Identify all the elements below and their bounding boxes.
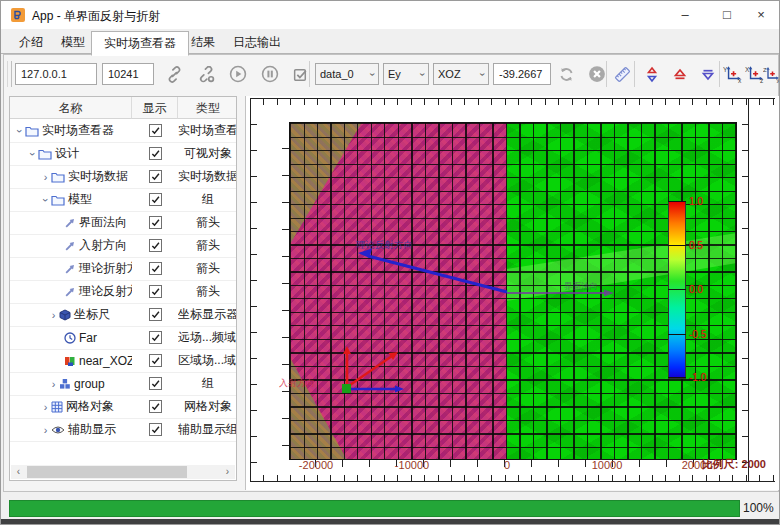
visibility-checkbox[interactable] <box>149 147 162 160</box>
grid-icon <box>51 401 63 413</box>
visibility-checkbox[interactable] <box>149 216 162 229</box>
tree-header-type[interactable]: 类型 <box>178 97 237 119</box>
tree-row[interactable]: › 实时场查看器 实时场查看器 <box>10 119 237 143</box>
visibility-checkbox[interactable] <box>149 423 162 436</box>
window-bottom-edge <box>1 519 779 525</box>
checkbox-check-icon <box>292 66 309 83</box>
tree-header-name[interactable]: 名称 <box>10 97 132 119</box>
tree-item-type: 远场...频域) <box>178 326 237 349</box>
tree-item-label: 模型 <box>68 191 92 208</box>
tab-realtime-viewer[interactable]: 实时场查看器 <box>91 31 189 56</box>
expander-open-icon[interactable]: › <box>27 148 39 159</box>
progress-percentage: 100% <box>743 501 774 515</box>
align-bottom-button[interactable] <box>695 61 721 87</box>
colorbar-tick-label: -1.0 <box>689 372 723 383</box>
tree-item-type: 辅助显示组 <box>178 418 237 441</box>
colorbar-tick <box>668 334 686 335</box>
visibility-checkbox[interactable] <box>149 285 162 298</box>
chevron-down-icon: › <box>417 72 428 75</box>
view-axis-yx-button[interactable]: Y x <box>723 61 743 87</box>
visibility-checkbox[interactable] <box>149 308 162 321</box>
tree-item-label: 坐标尺 <box>74 306 110 323</box>
visibility-checkbox[interactable] <box>149 124 162 137</box>
plane-select[interactable]: XOZ › <box>433 63 489 85</box>
tree-horizontal-scrollbar[interactable]: ‹ › <box>11 465 235 479</box>
app-window: { "window": { "title": "App - 单界面反射与折射" … <box>0 0 780 525</box>
tab-model[interactable]: 模型 <box>49 32 97 53</box>
port-field[interactable]: 10241 <box>102 63 154 85</box>
scroll-right-icon[interactable]: › <box>220 465 235 479</box>
pause-button[interactable] <box>257 61 283 87</box>
expander-closed-icon[interactable]: › <box>48 378 59 390</box>
chevron-down-icon: › <box>367 72 378 75</box>
close-button[interactable]: × <box>741 1 780 29</box>
x-axis-tick-label: 10000 <box>572 459 642 471</box>
tree-row[interactable]: › 入射方向 箭头 <box>10 234 237 258</box>
scrollbar-thumb[interactable] <box>27 466 187 478</box>
view-axis-zy-button[interactable]: Z y <box>763 61 780 87</box>
tree-header-visible[interactable]: 显示 <box>132 97 178 119</box>
arrow-ne-icon <box>64 263 76 275</box>
slice-position-field[interactable]: -39.2667 <box>493 63 551 85</box>
dataset-select[interactable]: data_0 › <box>315 63 379 85</box>
minimize-button[interactable]: – <box>665 1 705 29</box>
svg-text:Y: Y <box>723 66 728 73</box>
field-viewport[interactable]: 理论反射方向 界面法向 入射方向 1.0 0.5 0.0 -0.5 -1.0 -… <box>245 96 779 490</box>
expander-open-icon[interactable]: › <box>14 125 26 136</box>
tree-item-label: 理论反射方向 <box>79 283 132 300</box>
visibility-checkbox[interactable] <box>149 193 162 206</box>
ip-address-field[interactable]: 127.0.0.1 <box>15 63 97 85</box>
tree-row[interactable]: › 界面法向 箭头 <box>10 211 237 235</box>
tree-row[interactable]: › 理论折射方向 箭头 <box>10 257 237 281</box>
visibility-checkbox[interactable] <box>149 400 162 413</box>
x-axis-tick-label: 0 <box>472 459 542 471</box>
expander-open-icon[interactable]: › <box>40 194 52 205</box>
tree-row[interactable]: › group 组 <box>10 372 237 396</box>
tree-item-type: 箭头 <box>178 257 237 280</box>
expander-closed-icon[interactable]: › <box>48 309 59 321</box>
title-bar[interactable]: App - 单界面反射与折射 – □ × <box>1 1 779 30</box>
visibility-checkbox[interactable] <box>149 170 162 183</box>
colorbar-tick <box>668 289 686 290</box>
tree-row[interactable]: › 辅助显示 辅助显示组 <box>10 418 237 442</box>
refresh-button[interactable] <box>553 61 579 87</box>
visibility-checkbox[interactable] <box>149 377 162 390</box>
tree-row[interactable]: › 设计 可视对象 <box>10 142 237 166</box>
tree-row[interactable]: › 网格对象 网格对象 <box>10 395 237 419</box>
tab-log-output[interactable]: 日志输出 <box>221 32 293 53</box>
toolbar-grip[interactable] <box>7 61 12 87</box>
arrow-ne-icon <box>64 217 76 229</box>
visibility-checkbox[interactable] <box>149 239 162 252</box>
tree-item-label: 理论折射方向 <box>79 260 132 277</box>
folder-icon <box>38 148 52 160</box>
tree-row[interactable]: › 实时场数据 实时场数据 <box>10 165 237 189</box>
tree-row[interactable]: › 坐标尺 坐标显示器 <box>10 303 237 327</box>
app-icon <box>11 8 25 22</box>
eye-icon <box>51 425 65 435</box>
scroll-left-icon[interactable]: ‹ <box>11 465 26 479</box>
tree-row[interactable]: › 模型 组 <box>10 188 237 212</box>
visibility-checkbox[interactable] <box>149 262 162 275</box>
tab-intro[interactable]: 介绍 <box>7 32 55 53</box>
expander-closed-icon[interactable]: › <box>40 171 51 183</box>
far-field-icon <box>64 332 76 344</box>
play-button[interactable] <box>225 61 251 87</box>
tree-row[interactable]: › 理论反射方向 箭头 <box>10 280 237 304</box>
visibility-checkbox[interactable] <box>149 354 162 367</box>
align-top-button[interactable] <box>667 61 693 87</box>
tree-row[interactable]: › near_XOZ 区域场...域) <box>10 349 237 373</box>
measure-button[interactable] <box>609 61 635 87</box>
expander-closed-icon[interactable]: › <box>40 401 51 413</box>
colorbar-tick <box>668 201 686 202</box>
visibility-checkbox[interactable] <box>149 331 162 344</box>
fit-vertical-button[interactable] <box>639 61 665 87</box>
view-axis-xz-button[interactable]: X z <box>745 61 765 87</box>
expander-closed-icon[interactable]: › <box>40 424 51 436</box>
field-component-select[interactable]: Ey › <box>383 63 429 85</box>
connect-button[interactable] <box>161 61 187 87</box>
tree-item-label: 设计 <box>55 145 79 162</box>
tree-item-label: near_XOZ <box>79 354 132 368</box>
ruler-right <box>742 98 749 481</box>
tree-row[interactable]: › Far 远场...频域) <box>10 326 237 350</box>
disconnect-button[interactable] <box>193 61 219 87</box>
